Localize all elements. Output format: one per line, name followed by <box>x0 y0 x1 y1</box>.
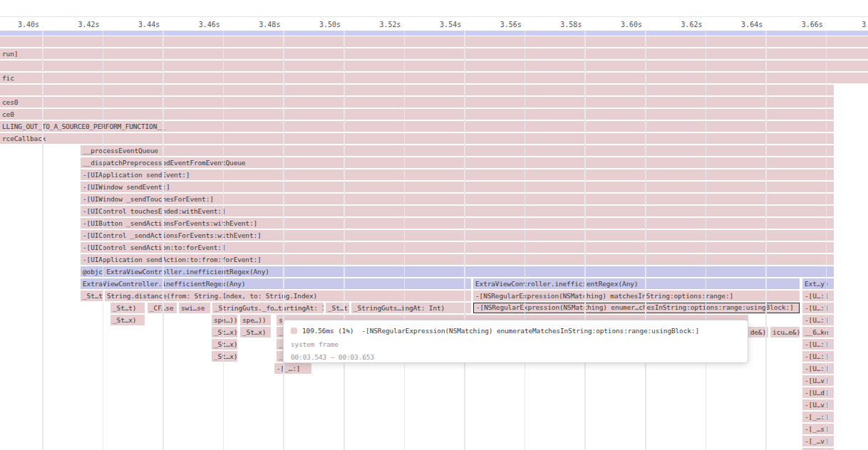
gridline <box>645 30 646 450</box>
flame-bar[interactable]: ExtraViewController.inefficientRegex(Any… <box>81 278 471 289</box>
ruler-tick-label: 3.46s <box>199 21 220 28</box>
flame-bar[interactable]: _St…x) <box>212 339 237 350</box>
flame-bar[interactable]: _St…x) <box>212 351 237 362</box>
ruler-tick-label: 3.60s <box>621 21 642 28</box>
flame-bar[interactable]: -[_…s] <box>802 424 834 434</box>
flame-bar[interactable]: _St…t) <box>81 291 103 301</box>
flame-chart-view: 3.40s3.42s3.44s3.46s3.48s3.50s3.52s3.54s… <box>0 0 868 450</box>
flame-bar[interactable]: _St…x) <box>240 327 271 338</box>
flame-bar[interactable]: fic <box>0 73 868 83</box>
flame-bar[interactable]: -[U…d] <box>802 387 834 398</box>
flame-bar[interactable]: ExtraViewController.inefficientRegex(Any… <box>473 278 800 289</box>
ruler-tick-label: 3.68s <box>862 21 868 28</box>
flame-bar[interactable]: -[U…:] <box>802 303 834 313</box>
flame-bar[interactable]: -[_…:] <box>274 363 311 374</box>
flame-bar[interactable]: -[UIButton _sendActionsForEvents:withEve… <box>81 218 834 229</box>
flame-bar[interactable]: __dispatchPreprocessedEventFromEventQueu… <box>81 157 834 168</box>
gridline <box>223 30 224 450</box>
flame-bar[interactable]: icu…e&) <box>770 327 800 338</box>
flame-bar[interactable]: Ext…y) <box>802 278 834 289</box>
ruler-tick-label: 3.54s <box>440 21 461 28</box>
flame-bar[interactable]: -[U…:] <box>802 363 834 374</box>
ruler-tick-label: 3.64s <box>741 21 763 28</box>
flame-bar[interactable]: -[UIControl touchesEnded:withEvent:] <box>81 206 834 216</box>
ruler-tick-label: 3.56s <box>500 21 522 28</box>
ruler-tick-label: 3.62s <box>681 21 703 28</box>
tooltip-subtitle: system frame <box>291 340 740 349</box>
category-swatch-icon <box>291 328 297 334</box>
ruler-tick-label: 3.40s <box>18 21 39 28</box>
flame-bar[interactable]: String.distance(from: String.Index, to: … <box>105 291 471 301</box>
tooltip-title: 109.56ms (1%) -[NSRegularExpression(NSMa… <box>302 327 699 335</box>
flame-bar[interactable]: -[U…v] <box>802 399 834 410</box>
flame-bar[interactable]: -[_…:] <box>802 412 834 422</box>
flame-bar[interactable]: -[UIWindow _sendTouchesForEvent:] <box>81 194 834 204</box>
flame-bar[interactable]: -[UIApplication sendEvent:] <box>81 169 834 180</box>
ruler-tick-label: 3.50s <box>319 21 341 28</box>
gridline <box>103 30 104 450</box>
flame-bar[interactable] <box>0 61 868 71</box>
flame-bar[interactable]: _St…x) <box>110 315 145 325</box>
flame-bar[interactable]: -[U…:] <box>802 351 834 362</box>
flame-bar[interactable]: __6…ke <box>802 327 834 338</box>
gridline <box>826 30 827 450</box>
ruler-tick-label: 3.44s <box>138 21 160 28</box>
flame-bar[interactable]: __processEventQueue <box>81 145 834 156</box>
gridline <box>283 30 284 450</box>
flame-bar[interactable]: spe…)) <box>240 315 271 325</box>
flame-bar[interactable]: -[UIApplication sendAction:to:from:forEv… <box>81 254 834 265</box>
flame-bar[interactable]: _St…t) <box>110 303 145 313</box>
flame-bar[interactable]: -[_…v] <box>802 436 834 446</box>
ruler-tick-label: 3.58s <box>560 21 582 28</box>
flame-bar[interactable]: rceCallback <box>0 133 834 144</box>
flame-bar[interactable]: _St…t) <box>326 303 349 313</box>
flame-bar[interactable]: -[U…:] <box>802 339 834 350</box>
gridline <box>343 30 345 450</box>
gridline <box>525 30 526 450</box>
flame-bar[interactable]: _St…x) <box>212 327 237 338</box>
tooltip-time-range: 00:03.543 — 00:03.653 <box>291 352 740 362</box>
gridline <box>706 30 707 450</box>
gridline <box>42 30 43 450</box>
flame-bar-selected[interactable]: -[NSRegularExpression(NSMatching) enumer… <box>473 303 800 313</box>
gridline <box>404 30 405 450</box>
flame-bar[interactable]: spe…)) <box>212 315 237 325</box>
gridline <box>765 30 767 450</box>
flame-bar[interactable] <box>0 36 868 47</box>
flame-bar[interactable]: -[NSRegularExpression(NSMatching) matche… <box>473 291 800 301</box>
flame-bar[interactable]: run] <box>0 48 868 59</box>
flame-bar[interactable]: -[UIControl _sendActionsForEvents:withEv… <box>81 230 834 241</box>
ruler-tick-label: 3.52s <box>380 21 401 28</box>
flame-bar[interactable]: -[U…:] <box>802 315 834 325</box>
tooltip: 109.56ms (1%) -[NSRegularExpression(NSMa… <box>283 320 748 363</box>
flame-bar[interactable]: -[UIControl sendAction:to:forEvent:] <box>81 242 834 253</box>
time-ruler[interactable]: 3.40s3.42s3.44s3.46s3.48s3.50s3.52s3.54s… <box>0 16 868 31</box>
gridline <box>464 30 465 450</box>
flame-bar[interactable]: LLING_OUT_TO_A_SOURCE0_PERFORM_FUNCTION_… <box>0 121 834 132</box>
flame-bar[interactable]: ce0 <box>0 109 834 120</box>
flame-chart: run]ficces0ce0LLING_OUT_TO_A_SOURCE0_PER… <box>0 0 868 450</box>
gridline <box>584 30 586 450</box>
flame-bar[interactable] <box>0 85 834 95</box>
flame-bar[interactable]: -[U…:] <box>802 291 834 301</box>
flame-bar[interactable]: -[U…v] <box>802 375 834 386</box>
ruler-tick-label: 3.42s <box>78 21 100 28</box>
tooltip-title-row: 109.56ms (1%) -[NSRegularExpression(NSMa… <box>291 325 740 336</box>
flame-bar[interactable]: swi…se <box>179 303 210 313</box>
gridline <box>162 30 164 450</box>
ruler-tick-label: 3.66s <box>802 21 823 28</box>
ruler-tick-label: 3.48s <box>259 21 280 28</box>
flame-bar[interactable]: _StringGuts._fo…tartingAt: Int) <box>212 303 324 313</box>
flame-bar[interactable]: -[UIWindow sendEvent:] <box>81 182 834 192</box>
flame-bar[interactable]: ces0 <box>0 97 834 108</box>
flame-bar[interactable]: @objc ExtraViewController.inefficientReg… <box>81 266 834 277</box>
flame-bar[interactable]: _StringGuts…ingAt: Int) <box>351 303 471 313</box>
